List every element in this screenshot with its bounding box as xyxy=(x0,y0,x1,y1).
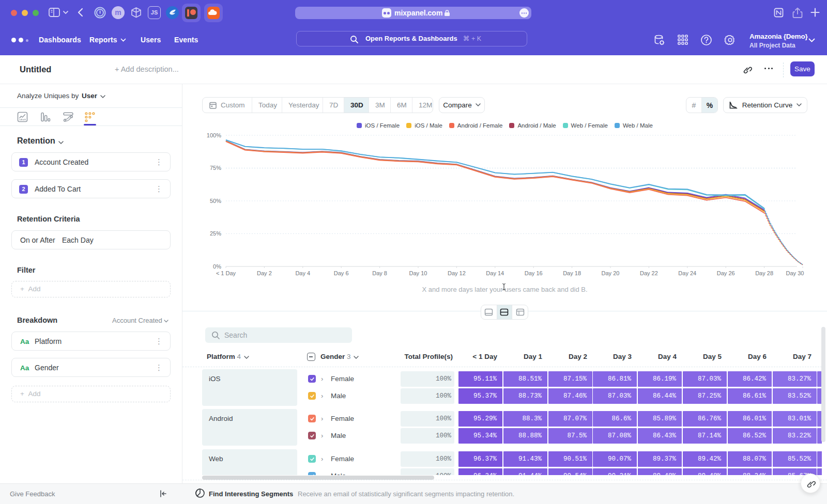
svg-text:Day 8: Day 8 xyxy=(372,270,387,276)
svg-text:Day 10: Day 10 xyxy=(409,270,427,276)
svg-text:25%: 25% xyxy=(210,230,221,237)
svg-text:Day 20: Day 20 xyxy=(602,270,620,276)
svg-text:75%: 75% xyxy=(210,165,221,171)
svg-text:Day 12: Day 12 xyxy=(448,270,466,276)
svg-text:Day 18: Day 18 xyxy=(563,270,581,276)
svg-text:Day 6: Day 6 xyxy=(334,270,349,276)
svg-text:Day 4: Day 4 xyxy=(295,270,310,276)
svg-text:Day 26: Day 26 xyxy=(717,270,735,276)
svg-text:Day 24: Day 24 xyxy=(678,270,696,276)
svg-text:Day 22: Day 22 xyxy=(640,270,658,276)
svg-text:Day 30: Day 30 xyxy=(786,270,804,276)
svg-text:Day 14: Day 14 xyxy=(486,270,504,276)
svg-text:Day 2: Day 2 xyxy=(257,270,272,276)
svg-text:0%: 0% xyxy=(213,263,221,270)
svg-text:Day 28: Day 28 xyxy=(755,270,773,276)
svg-text:< 1 Day: < 1 Day xyxy=(216,270,236,276)
svg-text:100%: 100% xyxy=(207,132,221,138)
svg-text:50%: 50% xyxy=(210,198,221,204)
svg-text:Day 16: Day 16 xyxy=(525,270,543,276)
